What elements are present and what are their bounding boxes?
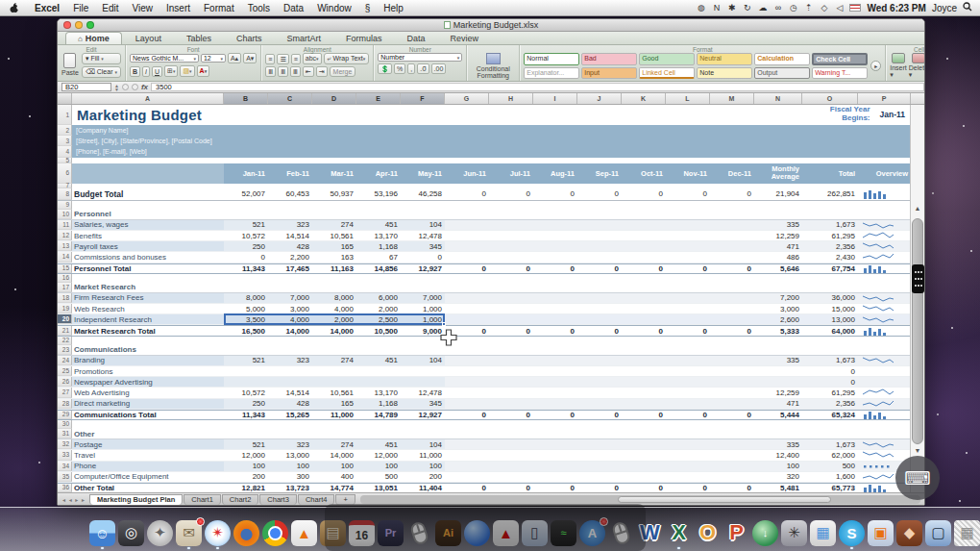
row-header-14[interactable]: 14 — [58, 252, 72, 262]
cell[interactable] — [666, 304, 710, 313]
cell[interactable] — [312, 377, 356, 387]
cell[interactable] — [666, 439, 710, 449]
cell[interactable] — [622, 252, 666, 262]
align-middle-button[interactable]: ☰ — [277, 54, 288, 64]
paste-button[interactable]: Paste — [61, 53, 79, 76]
row-label[interactable]: Commissions and bonuses — [72, 252, 224, 262]
notification-icon[interactable]: N — [711, 3, 722, 13]
cell[interactable]: 428 — [268, 241, 312, 251]
cell[interactable]: 0 — [533, 264, 577, 273]
cell[interactable] — [666, 241, 710, 251]
dock-icon-app-store[interactable]: A — [579, 520, 605, 546]
menu-format[interactable]: Format — [197, 3, 241, 13]
cell[interactable] — [710, 231, 754, 240]
cell[interactable]: 274 — [312, 356, 356, 365]
dock-icon-skype[interactable]: S — [839, 520, 865, 546]
cell[interactable] — [489, 366, 533, 376]
row-header-11[interactable]: 11 — [58, 220, 72, 230]
borders-button[interactable]: ⊞▾ — [164, 65, 178, 77]
cell[interactable]: 4,000 — [312, 304, 356, 313]
row-header-33[interactable]: 33 — [58, 450, 72, 460]
cell[interactable] — [445, 293, 489, 303]
avg-cell[interactable]: 7,200 — [754, 293, 802, 303]
avg-cell[interactable]: 471 — [754, 241, 802, 251]
cell[interactable]: 14,000 — [268, 326, 312, 335]
column-header-f[interactable]: F — [401, 93, 445, 104]
cell[interactable]: 0 — [622, 264, 666, 273]
refresh-icon[interactable]: ↻ — [742, 3, 752, 13]
cell[interactable] — [445, 356, 489, 365]
total-cell[interactable]: 2,356 — [802, 241, 858, 251]
dock-icon-notebook[interactable]: ▤ — [320, 520, 346, 546]
cell[interactable] — [710, 356, 754, 365]
style-chip-note[interactable]: Note — [697, 67, 752, 79]
dock-icon-excel[interactable]: X — [666, 520, 692, 546]
style-chip-normal[interactable]: Normal — [524, 53, 579, 65]
cell[interactable] — [356, 366, 401, 376]
align-top-button[interactable]: ≡ — [265, 54, 275, 64]
row-header-16[interactable]: 16 — [58, 274, 72, 283]
cell[interactable]: 1,168 — [356, 399, 401, 409]
cell[interactable] — [533, 231, 577, 240]
cell[interactable] — [489, 439, 533, 449]
dock-icon-outlook[interactable]: O — [695, 520, 721, 546]
us-flag-icon[interactable] — [849, 4, 861, 12]
font-size-select[interactable]: 12▾ — [201, 54, 226, 63]
row-label[interactable]: Branding — [72, 356, 224, 365]
cell[interactable]: 17,465 — [268, 264, 312, 273]
cell[interactable] — [533, 293, 577, 303]
row-label[interactable]: Budget Total — [72, 188, 224, 200]
cell[interactable] — [577, 450, 622, 460]
ribbon-tab-smartart[interactable]: SmartArt — [275, 33, 332, 44]
cell[interactable]: 0 — [666, 484, 710, 492]
cell[interactable]: 52,007 — [224, 188, 268, 200]
row-header-8[interactable]: 8 — [58, 188, 72, 200]
cell[interactable] — [577, 388, 622, 397]
cell[interactable]: 10,572 — [224, 231, 268, 240]
cell[interactable]: 323 — [268, 220, 312, 230]
row-header-34[interactable]: 34 — [58, 462, 72, 471]
menu-tools[interactable]: Tools — [241, 3, 277, 13]
row-label[interactable]: Firm Research Fees — [72, 293, 224, 303]
row-label[interactable]: Other Total — [72, 484, 224, 492]
dock-icon-podium-app[interactable]: ◆ — [896, 520, 922, 546]
cell[interactable] — [445, 399, 489, 409]
cells-insert-button[interactable]: Insert ▾ — [890, 53, 907, 79]
cell[interactable]: 0 — [533, 411, 577, 419]
cell[interactable] — [710, 462, 754, 471]
sheet-tab-chart2[interactable]: Chart2 — [222, 494, 259, 505]
cell[interactable]: 0 — [489, 411, 533, 419]
cell[interactable]: 14,000 — [312, 326, 356, 335]
column-header-d[interactable]: D — [312, 93, 356, 104]
cell[interactable] — [666, 356, 710, 365]
row-label[interactable]: Independent Research — [72, 314, 224, 324]
row-header-13[interactable]: 13 — [58, 241, 72, 251]
cell[interactable]: 12,000 — [224, 450, 268, 460]
dock-icon-safari[interactable]: ✴ — [205, 520, 231, 546]
cell[interactable] — [401, 377, 445, 387]
dock-icon-ipod[interactable]: ▯ — [522, 520, 548, 546]
bold-button[interactable]: B — [130, 66, 140, 77]
orientation-button[interactable]: abc▾ — [303, 53, 322, 64]
cell[interactable] — [533, 399, 577, 409]
keyboard-viewer-overlay[interactable]: ⌨ — [895, 456, 940, 500]
avg-cell[interactable]: 471 — [754, 399, 802, 409]
avg-cell[interactable]: 5,333 — [754, 326, 802, 335]
menu-file[interactable]: File — [66, 3, 95, 13]
sheet-tab-chart1[interactable]: Chart1 — [184, 494, 221, 505]
cell[interactable] — [666, 252, 710, 262]
cell[interactable]: 100 — [356, 462, 401, 471]
cell[interactable]: 11,000 — [401, 450, 445, 460]
cell[interactable] — [622, 462, 666, 471]
cell[interactable]: 0 — [489, 326, 533, 335]
avg-cell[interactable]: 335 — [754, 356, 802, 365]
cell[interactable] — [666, 472, 710, 482]
cell[interactable]: 428 — [268, 399, 312, 409]
cell[interactable] — [489, 304, 533, 313]
cell[interactable]: 13,170 — [356, 231, 401, 240]
dock-icon-globe-app[interactable] — [464, 520, 490, 546]
cell[interactable] — [710, 472, 754, 482]
cell[interactable]: 7,000 — [268, 293, 312, 303]
total-cell[interactable]: 15,000 — [802, 304, 858, 313]
cell[interactable]: 8,000 — [224, 293, 268, 303]
